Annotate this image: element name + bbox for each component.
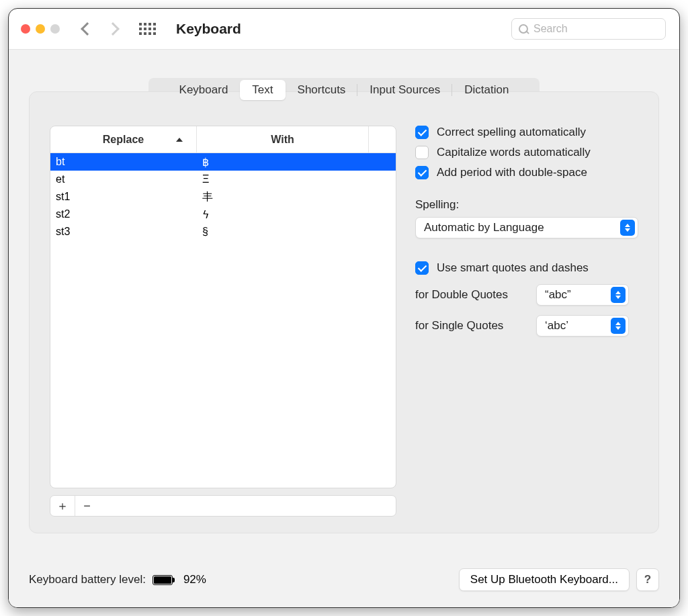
smart-quotes-checkbox[interactable] [415,261,429,275]
single-quotes-value: ‘abc’ [545,319,568,333]
cell-with[interactable]: ϟ [197,208,396,221]
tab-shortcuts[interactable]: Shortcuts [286,80,358,100]
correct-spelling-checkbox[interactable] [415,126,429,139]
capitalize-label: Capitalize words automatically [437,146,591,159]
minimize-window-button[interactable] [36,24,45,34]
table-row[interactable]: st1丰 [50,188,396,206]
show-all-prefs-icon[interactable] [139,23,156,35]
add-period-row[interactable]: Add period with double-space [415,166,638,179]
double-quotes-row: for Double Quotes “abc” [415,284,638,306]
capitalize-checkbox[interactable] [415,146,429,159]
options-column: Correct spelling automatically Capitaliz… [415,126,638,517]
single-quotes-label: for Single Quotes [415,319,527,333]
preferences-window: Keyboard Search Keyboard Text Shortcuts … [8,8,680,608]
battery-label: Keyboard battery level: [29,573,146,586]
main-area: Keyboard Text Shortcuts Input Sources Di… [9,50,679,555]
col-header-with[interactable]: With [197,126,369,152]
table-row[interactable]: bt฿ [50,153,396,171]
toolbar: Keyboard Search [9,9,679,50]
window-title: Keyboard [176,21,241,37]
col-header-with-label: With [271,134,294,146]
correct-spelling-row[interactable]: Correct spelling automatically [415,126,638,139]
correct-spelling-label: Correct spelling automatically [437,126,586,139]
cell-replace[interactable]: et [50,173,197,185]
tab-text[interactable]: Text [240,80,285,100]
search-icon [519,24,528,34]
tab-keyboard[interactable]: Keyboard [167,80,241,100]
capitalize-row[interactable]: Capitalize words automatically [415,146,638,159]
cell-replace[interactable]: bt [50,156,197,168]
table-row[interactable]: st3§ [50,223,396,240]
window-controls [21,24,60,34]
zoom-window-button[interactable] [50,24,60,34]
double-quotes-select[interactable]: “abc” [536,284,629,306]
table-body: bt฿etΞst1丰st2ϟst3§ [50,153,396,488]
close-window-button[interactable] [21,24,30,34]
forward-button[interactable] [106,22,120,36]
cell-with[interactable]: 丰 [197,190,396,204]
add-period-checkbox[interactable] [415,166,429,179]
smart-quotes-label: Use smart quotes and dashes [437,261,589,275]
bluetooth-setup-button[interactable]: Set Up Bluetooth Keyboard... [459,568,630,591]
cell-with[interactable]: Ξ [197,173,396,185]
smart-quotes-row[interactable]: Use smart quotes and dashes [415,261,638,275]
col-header-replace-label: Replace [103,134,144,146]
tab-bar: Keyboard Text Shortcuts Input Sources Di… [148,78,540,102]
cell-replace[interactable]: st3 [50,226,197,238]
col-header-replace[interactable]: Replace [50,126,197,152]
cell-with[interactable]: ฿ [197,156,396,169]
sort-ascending-icon [176,138,183,142]
spelling-select[interactable]: Automatic by Language [415,217,638,238]
text-panel: Replace With bt฿etΞst1丰st2ϟst3§ ＋ − [29,91,659,533]
back-button[interactable] [81,22,94,36]
add-button[interactable]: ＋ [50,496,75,516]
dropdown-stepper-icon [611,287,626,303]
cell-replace[interactable]: st2 [50,208,197,220]
single-quotes-select[interactable]: ‘abc’ [536,315,629,337]
dropdown-stepper-icon [620,220,635,236]
tab-input-sources[interactable]: Input Sources [357,80,452,100]
replacement-table[interactable]: Replace With bt฿etΞst1丰st2ϟst3§ [50,126,396,488]
cell-with[interactable]: § [197,226,396,238]
battery-icon [153,575,173,585]
single-quotes-row: for Single Quotes ‘abc’ [415,315,638,337]
spelling-section-label: Spelling: [415,198,638,212]
replacement-section: Replace With bt฿etΞst1丰st2ϟst3§ ＋ − [50,126,396,517]
table-row[interactable]: etΞ [50,171,396,188]
search-placeholder: Search [533,23,568,35]
cell-replace[interactable]: st1 [50,191,197,203]
double-quotes-value: “abc” [545,288,571,302]
battery-percentage: 92% [183,573,206,586]
double-quotes-label: for Double Quotes [415,288,527,302]
dropdown-stepper-icon [611,318,626,334]
add-remove-buttons: ＋ − [50,495,396,517]
search-field[interactable]: Search [511,18,666,40]
nav-buttons [83,24,118,34]
add-period-label: Add period with double-space [437,166,587,179]
table-row[interactable]: st2ϟ [50,206,396,223]
spelling-value: Automatic by Language [424,221,544,234]
footer: Keyboard battery level: 92% Set Up Bluet… [9,555,679,607]
tab-dictation[interactable]: Dictation [452,80,521,100]
remove-button[interactable]: − [75,496,99,516]
table-header: Replace With [50,126,396,153]
help-button[interactable]: ? [636,568,659,591]
